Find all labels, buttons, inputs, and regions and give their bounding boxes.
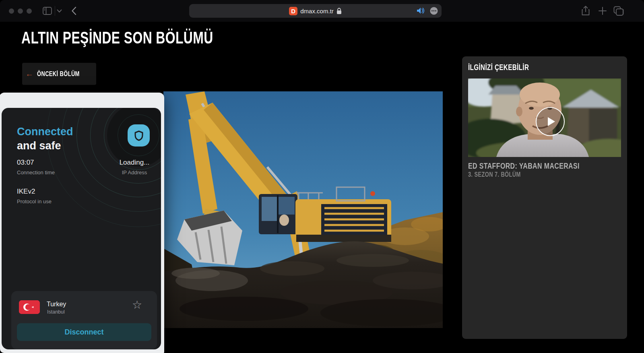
suggestions-heading: İLGİNİZİ ÇEKEBİLİR [468, 63, 529, 72]
protocol-label: Protocol in use [17, 198, 52, 204]
suggested-video-title[interactable]: ED STAFFORD: YABAN MACERASI [468, 161, 580, 171]
protocol-stat: IKEv2 Protocol in use [17, 188, 52, 204]
ip-address-label: IP Address [102, 169, 161, 175]
toolbar-divider [55, 6, 55, 16]
tab-overview-icon[interactable] [613, 6, 624, 16]
connection-time-value: 03:07 [17, 159, 55, 167]
disconnect-button[interactable]: Disconnect [17, 323, 151, 341]
close-window-button[interactable] [9, 8, 14, 14]
protocol-value: IKEv2 [17, 188, 52, 196]
connection-time-label: Connection time [17, 169, 55, 175]
ip-address-value: Loading... [102, 159, 161, 167]
server-city: Istanbul [47, 309, 65, 315]
vpn-status-card: Connected and safe 03:07 Connection time… [2, 108, 161, 349]
vpn-app-window: Connected and safe 03:07 Connection time… [0, 93, 164, 353]
play-icon [548, 117, 555, 126]
zoom-window-button[interactable] [27, 8, 32, 14]
ip-address-stat: Loading... IP Address [102, 159, 161, 175]
page-menu-icon[interactable] [430, 7, 438, 15]
chevron-down-icon[interactable] [57, 9, 62, 13]
browser-toolbar: D dmax.com.tr [0, 0, 644, 22]
new-tab-icon[interactable] [599, 7, 607, 15]
back-button[interactable] [71, 6, 76, 15]
address-bar[interactable]: D dmax.com.tr [189, 4, 442, 18]
video-player[interactable] [163, 91, 443, 328]
connection-time-stat: 03:07 Connection time [17, 159, 55, 175]
url-text: dmax.com.tr [300, 8, 334, 14]
server-card: Turkey Istanbul ☆ Disconnect [11, 291, 157, 349]
screen: D dmax.com.tr [0, 0, 644, 353]
disconnect-label: Disconnect [64, 328, 103, 336]
minimize-window-button[interactable] [18, 8, 23, 14]
previous-episode-button[interactable]: ← ÖNCEKİ BÖLÜM [22, 63, 96, 85]
connection-status: Connected and safe [17, 125, 73, 153]
lock-icon [336, 8, 342, 14]
vpn-shield-icon [128, 124, 150, 147]
left-arrow-icon: ← [25, 69, 33, 78]
suggested-video-subtitle: 3. SEZON 7. BÖLÜM [468, 171, 521, 179]
previous-episode-label: ÖNCEKİ BÖLÜM [37, 70, 80, 78]
share-icon[interactable] [581, 6, 590, 16]
video-frame-excavator [163, 91, 443, 328]
suggestions-panel: İLGİNİZİ ÇEKEBİLİR [462, 56, 627, 339]
sidebar-toggle-icon[interactable] [43, 7, 52, 15]
favorite-star-icon[interactable]: ☆ [132, 298, 142, 312]
page-title: ALTIN PEŞİNDE SON BÖLÜMÜ [21, 28, 213, 47]
turkey-flag-icon [19, 300, 40, 314]
server-country: Turkey [47, 301, 66, 308]
site-favicon: D [289, 7, 297, 15]
audio-playing-icon[interactable] [417, 7, 424, 14]
status-line-1: Connected [17, 125, 73, 139]
play-button[interactable] [536, 107, 565, 136]
suggested-video-thumbnail[interactable] [468, 78, 621, 157]
status-line-2: and safe [17, 139, 73, 153]
